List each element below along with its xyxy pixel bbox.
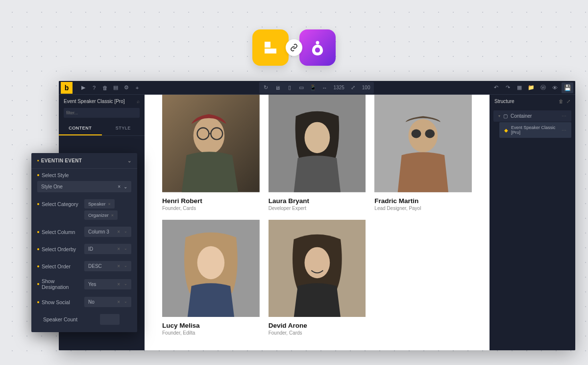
speaker-name: Fradric Martin (374, 197, 472, 205)
svg-point-16 (197, 246, 225, 279)
structure-item-container[interactable]: ▾ ▢ Container ⋯ (493, 110, 571, 122)
select-social[interactable]: No×⌄ (84, 297, 131, 307)
svg-point-18 (304, 247, 330, 278)
tablet-landscape-icon[interactable]: ▭ (296, 83, 306, 93)
svg-point-13 (412, 130, 421, 138)
search-icon[interactable]: ⌕ (137, 99, 140, 104)
speaker-card: Henri Robert Founder, Cards (162, 95, 260, 211)
speaker-role: Founder, Cards (269, 330, 366, 336)
select-style[interactable]: Style One ×⌄ (37, 181, 131, 192)
toolbar: b ▶ ? 🗑 ▤ ⚙ + ↻ 🖥 ▯ ▭ 📱 ↔ 1325 ⤢ 100 ↶ ↷… (59, 81, 575, 95)
speaker-photo (162, 220, 260, 317)
folder-icon[interactable]: 📁 (526, 83, 536, 93)
mobile-icon[interactable]: 📱 (308, 83, 318, 93)
wordpress-icon[interactable]: ⓦ (538, 83, 548, 93)
app-logo[interactable]: b (61, 82, 73, 94)
eventin-logo (299, 29, 336, 66)
widget-icon: ◆ (504, 128, 508, 133)
svg-point-14 (425, 130, 435, 138)
play-icon[interactable]: ▶ (78, 83, 88, 93)
speaker-photo (269, 95, 366, 192)
structure-title: Structure (494, 99, 514, 104)
panel-tabs: CONTENT STYLE (59, 122, 145, 136)
speaker-role: Founder, Edilta (162, 330, 260, 336)
responsive-controls: ↻ 🖥 ▯ ▭ 📱 ↔ 1325 ⤢ 100 (259, 82, 374, 94)
speaker-count-input[interactable] (100, 314, 120, 325)
structure-item-widget[interactable]: ◆ Event Speaker Classic [Pro] ⋯ (499, 122, 571, 138)
speaker-name: Lucy Melisa (162, 322, 260, 329)
speaker-card: Laura Bryant Developer Expert (269, 95, 366, 211)
undo-icon[interactable]: ↶ (491, 83, 501, 93)
speaker-card: Lucy Melisa Founder, Edilta (162, 220, 260, 336)
tablet-icon[interactable]: ▯ (285, 83, 294, 93)
trash-icon[interactable]: 🗑 (559, 99, 564, 104)
layers-icon[interactable]: ▦ (514, 83, 524, 93)
speaker-grid: Henri Robert Founder, Cards Laura Bryant… (145, 95, 490, 336)
width-icon[interactable]: ↔ (320, 83, 330, 93)
logo-connector (252, 29, 336, 66)
canvas[interactable]: Henri Robert Founder, Cards Laura Bryant… (145, 95, 490, 350)
gear-icon[interactable]: ⚙ (122, 83, 131, 93)
settings-panel: •EVENTIN EVENT ⌄ Select Style Style One … (31, 153, 137, 332)
refresh-icon[interactable]: ↻ (261, 83, 271, 93)
desktop-icon[interactable]: 🖥 (273, 83, 283, 93)
speaker-role: Lead Designer, Payol (374, 206, 472, 211)
panel-title: Event Speaker Classic [Pro] (64, 99, 125, 104)
add-icon[interactable]: + (132, 83, 142, 93)
save-button[interactable]: 💾 (562, 82, 573, 93)
remove-tag-icon[interactable]: × (108, 202, 110, 207)
speaker-card: Devid Arone Founder, Cards (269, 220, 366, 336)
speaker-photo (374, 95, 472, 192)
chevron-down-icon: ⌄ (127, 158, 131, 163)
help-icon[interactable]: ? (89, 83, 99, 93)
select-order[interactable]: DESC×⌄ (84, 261, 131, 271)
speaker-role: Founder, Cards (162, 206, 260, 211)
zoom-icon[interactable]: ⤢ (348, 83, 358, 93)
select-column[interactable]: Column 3×⌄ (84, 227, 131, 237)
svg-point-2 (316, 41, 319, 45)
more-icon[interactable]: ⋯ (562, 113, 566, 119)
remove-tag-icon[interactable]: × (111, 213, 114, 218)
select-designation[interactable]: Yes×⌄ (84, 279, 131, 289)
speaker-name: Laura Bryant (269, 197, 366, 205)
redo-icon[interactable]: ↷ (503, 83, 513, 93)
speaker-photo (162, 95, 260, 192)
tab-content[interactable]: CONTENT (59, 122, 102, 135)
link-icon (286, 39, 302, 56)
speaker-name: Henri Robert (162, 197, 260, 205)
search-input[interactable] (64, 108, 140, 118)
speaker-photo (269, 220, 366, 317)
speaker-name: Devid Arone (269, 322, 366, 329)
speaker-role: Developer Expert (269, 206, 366, 211)
canvas-width: 1325 (332, 85, 346, 90)
accordion-header[interactable]: •EVENTIN EVENT ⌄ (31, 153, 137, 169)
svg-rect-1 (265, 49, 276, 53)
container-icon: ▢ (503, 113, 508, 119)
speaker-card: Fradric Martin Lead Designer, Payol (374, 95, 472, 211)
preview-icon[interactable]: 👁 (550, 83, 560, 93)
bricks-logo (252, 29, 289, 66)
expand-icon[interactable]: ⤢ (566, 99, 570, 104)
tab-style[interactable]: STYLE (102, 122, 145, 135)
right-panel: Structure 🗑 ⤢ ▾ ▢ Container ⋯ ◆ Event Sp… (490, 95, 575, 350)
canvas-scale: 100 (360, 85, 372, 90)
tag-speaker[interactable]: Speaker× (84, 199, 115, 209)
select-orderby[interactable]: ID×⌄ (84, 244, 131, 254)
more-icon[interactable]: ⋯ (562, 128, 566, 133)
svg-rect-0 (265, 42, 270, 48)
tag-organizer[interactable]: Organizer× (84, 210, 118, 220)
page-icon[interactable]: ▤ (111, 83, 121, 93)
trash-icon[interactable]: 🗑 (100, 83, 110, 93)
svg-point-10 (304, 122, 330, 154)
